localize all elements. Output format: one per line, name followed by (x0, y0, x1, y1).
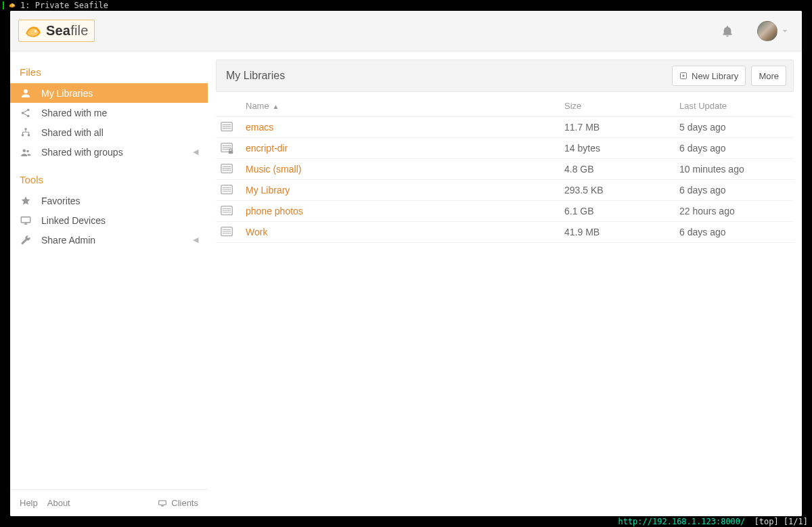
library-updated: 6 days ago (675, 221, 794, 242)
library-name-link[interactable]: phone photos (246, 206, 303, 216)
window-titlebar: 1: Private Seafile (0, 0, 812, 11)
table-row: Music (small)4.8 GB10 minutes ago (216, 158, 794, 179)
monitor-icon (158, 499, 167, 508)
library-name-link[interactable]: Work (246, 227, 267, 237)
library-icon (220, 162, 238, 177)
library-icon (220, 141, 238, 156)
sidebar-item-linked-devices[interactable]: Linked Devices (10, 210, 208, 230)
more-label: More (759, 71, 779, 81)
panel-header: My Libraries New Library More (216, 60, 794, 92)
wrench-icon (20, 234, 41, 246)
new-library-button[interactable]: New Library (672, 66, 746, 86)
svg-rect-21 (229, 150, 233, 154)
status-position: [top] [1/1] (749, 516, 808, 527)
library-icon (220, 120, 238, 135)
app-window: Seafile Files My Libraries (10, 11, 802, 516)
sidebar-heading-tools: Tools (10, 171, 208, 191)
table-row: emacs11.7 MB5 days ago (216, 116, 794, 137)
sidebar-item-label: Favorites (41, 196, 198, 206)
sidebar-item-label: Shared with groups (41, 147, 193, 158)
sidebar-item-shared-with-groups[interactable]: Shared with groups ◀ (10, 142, 208, 162)
library-icon (220, 204, 238, 219)
monitor-icon (20, 214, 41, 227)
sidebar-item-label: Shared with all (41, 127, 198, 138)
logo-text: Seafile (46, 23, 89, 39)
library-updated: 22 hours ago (675, 200, 794, 221)
svg-rect-7 (28, 134, 30, 136)
footer-help-link[interactable]: Help (20, 498, 38, 508)
status-url: http://192.168.1.123:8000/ (618, 516, 745, 527)
titlebar-indicator (3, 1, 4, 9)
libraries-table: Name ▲ Size Last Update emacs11.7 MB5 da… (216, 96, 794, 243)
library-size: 11.7 MB (560, 116, 675, 137)
avatar-menu-caret-icon[interactable] (782, 28, 788, 35)
plus-icon (679, 72, 687, 80)
sidebar: Files My Libraries Shared with me (10, 51, 208, 516)
logo-mark-icon (24, 24, 42, 39)
library-name-link[interactable]: My Library (246, 185, 290, 196)
sidebar-item-label: Shared with me (41, 108, 198, 118)
library-icon (220, 183, 238, 198)
star-icon (20, 195, 41, 207)
library-size: 4.8 GB (560, 158, 675, 179)
main-panel: My Libraries New Library More (208, 51, 802, 516)
share-icon (20, 107, 41, 119)
footer-about-link[interactable]: About (47, 498, 70, 508)
sidebar-item-shared-with-me[interactable]: Shared with me (10, 103, 208, 122)
svg-point-0 (12, 5, 14, 6)
library-size: 14 bytes (560, 137, 675, 158)
sidebar-item-label: My Libraries (41, 88, 198, 99)
group-icon (20, 146, 41, 158)
library-updated: 6 days ago (675, 179, 794, 200)
table-row: Work41.9 MB6 days ago (216, 221, 794, 242)
chevron-left-icon: ◀ (193, 235, 198, 244)
sort-asc-icon: ▲ (271, 103, 279, 110)
table-row: phone photos6.1 GB22 hours ago (216, 200, 794, 221)
library-size: 293.5 KB (560, 179, 675, 200)
person-icon (20, 87, 41, 99)
library-name-link[interactable]: Music (small) (246, 164, 301, 175)
more-button[interactable]: More (751, 66, 786, 86)
svg-point-1 (35, 30, 37, 32)
topbar: Seafile (10, 11, 802, 51)
svg-rect-10 (21, 216, 30, 222)
avatar[interactable] (757, 21, 777, 41)
library-updated: 6 days ago (675, 137, 794, 158)
column-header-name[interactable]: Name ▲ (242, 96, 560, 116)
brand-logo[interactable]: Seafile (18, 20, 95, 42)
library-updated: 5 days ago (675, 116, 794, 137)
favicon-icon (8, 1, 16, 9)
sidebar-item-label: Share Admin (41, 235, 193, 246)
sidebar-item-label: Linked Devices (41, 215, 198, 226)
sidebar-footer: Help About Clients (10, 489, 208, 516)
panel-title: My Libraries (226, 70, 285, 82)
window-tab-label: 1: Private Seafile (20, 0, 108, 11)
new-library-label: New Library (692, 71, 738, 81)
svg-rect-6 (22, 134, 24, 136)
library-size: 41.9 MB (560, 221, 675, 242)
library-updated: 10 minutes ago (675, 158, 794, 179)
table-row: encript-dir14 bytes6 days ago (216, 137, 794, 158)
sidebar-item-favorites[interactable]: Favorites (10, 191, 208, 210)
sidebar-item-share-admin[interactable]: Share Admin ◀ (10, 230, 208, 250)
network-icon (20, 127, 41, 139)
library-name-link[interactable]: encript-dir (246, 143, 288, 154)
library-icon (220, 225, 238, 239)
footer-clients-label: Clients (171, 498, 198, 508)
library-size: 6.1 GB (560, 200, 675, 221)
status-bar: http://192.168.1.123:8000/ [top] [1/1] (0, 516, 812, 527)
svg-rect-11 (159, 500, 166, 504)
sidebar-item-my-libraries[interactable]: My Libraries (10, 83, 208, 103)
table-row: My Library293.5 KB6 days ago (216, 179, 794, 200)
sidebar-heading-files: Files (10, 64, 208, 83)
column-header-last-update[interactable]: Last Update (675, 96, 794, 116)
notifications-icon[interactable] (721, 24, 734, 38)
library-name-link[interactable]: emacs (246, 122, 273, 133)
sidebar-item-shared-with-all[interactable]: Shared with all (10, 122, 208, 142)
svg-rect-5 (25, 128, 27, 130)
svg-point-9 (26, 150, 29, 152)
footer-clients-link[interactable]: Clients (158, 498, 198, 508)
chevron-left-icon: ◀ (193, 147, 198, 156)
svg-point-8 (23, 149, 26, 152)
column-header-size[interactable]: Size (560, 96, 675, 116)
